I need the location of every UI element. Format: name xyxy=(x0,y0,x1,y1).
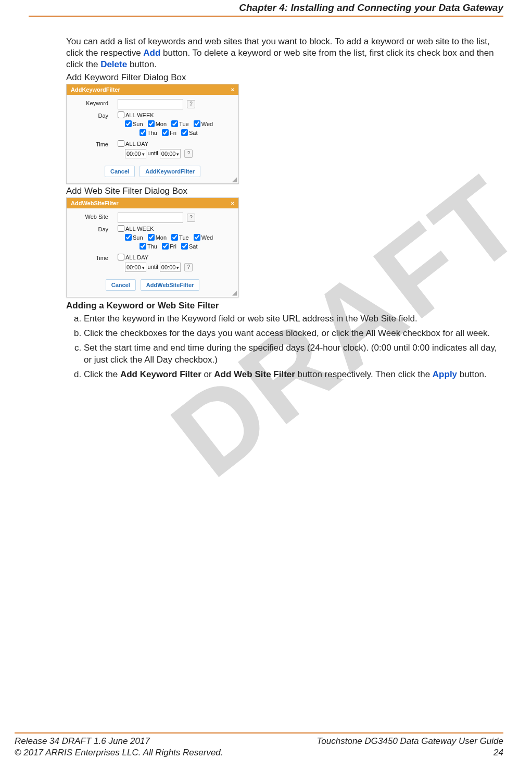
until-label: until xyxy=(148,150,158,156)
website-input[interactable] xyxy=(118,213,183,223)
day-sat-checkbox[interactable]: Sat xyxy=(181,129,198,136)
dialog-titlebar: AddWebSiteFilter × xyxy=(67,198,238,208)
day-fri-checkbox[interactable]: Fri xyxy=(162,129,176,136)
help-icon[interactable]: ? xyxy=(187,214,195,222)
day-mon-checkbox[interactable]: Mon xyxy=(148,234,167,241)
delete-link[interactable]: Delete xyxy=(100,59,127,69)
bold-text: Add Web Site Filter xyxy=(214,369,295,379)
time-to-select[interactable]: 00:00▾ xyxy=(160,149,181,158)
day-label: Day xyxy=(72,111,118,119)
cancel-button[interactable]: Cancel xyxy=(106,279,136,291)
keyword-label: Keyword xyxy=(72,99,118,106)
section-heading: Adding a Keyword or Web Site Filter xyxy=(66,301,503,311)
day-sun-checkbox[interactable]: Sun xyxy=(125,234,143,241)
day-label: Day xyxy=(72,225,118,232)
day-sun-checkbox[interactable]: Sun xyxy=(125,120,143,127)
footer-copyright: © 2017 ARRIS Enterprises LLC. All Rights… xyxy=(15,747,223,758)
time-label: Time xyxy=(72,140,118,147)
list-item: Click the checkboxes for the days you wa… xyxy=(84,328,503,339)
dialog-title: AddWebSiteFilter xyxy=(71,200,118,206)
dialog-titlebar: AddKeywordFilter × xyxy=(67,84,238,95)
dialog-title: AddKeywordFilter xyxy=(71,86,120,93)
keyword-input[interactable] xyxy=(118,99,183,109)
add-link[interactable]: Add xyxy=(143,48,160,58)
help-icon[interactable]: ? xyxy=(184,263,193,271)
add-website-filter-dialog: AddWebSiteFilter × Web Site ? Day ALL WE… xyxy=(66,197,239,297)
allday-checkbox[interactable]: ALL DAY xyxy=(118,254,148,260)
day-mon-checkbox[interactable]: Mon xyxy=(148,120,167,127)
list-item: Click the Add Keyword Filter or Add Web … xyxy=(84,369,503,380)
day-tue-checkbox[interactable]: Tue xyxy=(171,120,189,127)
page-footer: Release 34 DRAFT 1.6 June 2017 Touchston… xyxy=(15,732,503,758)
allday-checkbox[interactable]: ALL DAY xyxy=(118,140,148,147)
footer-product: Touchstone DG3450 Data Gateway User Guid… xyxy=(317,736,503,747)
list-item: Set the start time and end time during t… xyxy=(84,342,503,365)
day-fri-checkbox[interactable]: Fri xyxy=(162,243,176,250)
resize-handle-icon[interactable]: ◢ xyxy=(232,291,237,296)
cancel-button[interactable]: Cancel xyxy=(105,166,135,177)
intro-paragraph: You can add a list of keywords and web s… xyxy=(66,36,503,70)
time-label: Time xyxy=(72,254,118,261)
dialog-caption: Add Web Site Filter Dialog Box xyxy=(66,186,503,196)
page-number: 24 xyxy=(493,747,503,758)
add-keyword-filter-dialog: AddKeywordFilter × Keyword ? Day ALL WEE… xyxy=(66,84,239,184)
time-to-select[interactable]: 00:00▾ xyxy=(160,263,181,272)
list-item: Enter the keyword in the Keyword field o… xyxy=(84,313,503,325)
add-keyword-filter-button[interactable]: AddKeywordFilter xyxy=(140,166,200,177)
help-icon[interactable]: ? xyxy=(187,100,195,108)
bold-text: Add Keyword Filter xyxy=(120,369,201,379)
dialog-caption: Add Keyword Filter Dialog Box xyxy=(66,72,503,83)
chapter-header: Chapter 4: Installing and Connecting you… xyxy=(29,0,503,17)
intro-text: button. xyxy=(127,59,157,69)
day-wed-checkbox[interactable]: Wed xyxy=(194,234,213,241)
add-website-filter-button[interactable]: AddWebSiteFilter xyxy=(141,279,199,291)
day-wed-checkbox[interactable]: Wed xyxy=(194,120,213,127)
resize-handle-icon[interactable]: ◢ xyxy=(232,177,237,182)
close-icon[interactable]: × xyxy=(231,86,234,93)
time-from-select[interactable]: 00:00▾ xyxy=(125,149,146,158)
day-tue-checkbox[interactable]: Tue xyxy=(171,234,189,241)
day-sat-checkbox[interactable]: Sat xyxy=(181,243,198,250)
apply-link[interactable]: Apply xyxy=(433,369,457,379)
website-label: Web Site xyxy=(72,213,118,220)
footer-release: Release 34 DRAFT 1.6 June 2017 xyxy=(15,736,150,747)
until-label: until xyxy=(148,264,158,270)
day-thu-checkbox[interactable]: Thu xyxy=(140,129,157,136)
allweek-checkbox[interactable]: ALL WEEK xyxy=(118,111,154,118)
help-icon[interactable]: ? xyxy=(184,150,193,158)
day-thu-checkbox[interactable]: Thu xyxy=(140,243,157,250)
close-icon[interactable]: × xyxy=(231,200,234,206)
time-from-select[interactable]: 00:00▾ xyxy=(125,263,146,272)
allweek-checkbox[interactable]: ALL WEEK xyxy=(118,225,154,232)
instruction-list: Enter the keyword in the Keyword field o… xyxy=(66,313,503,380)
